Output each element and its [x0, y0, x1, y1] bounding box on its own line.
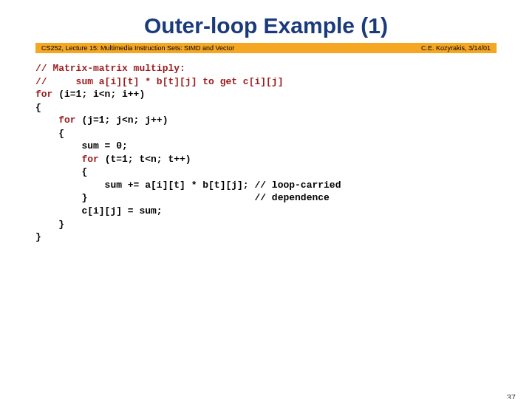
- slide: Outer-loop Example (1) CS252, Lecture 15…: [0, 13, 532, 399]
- code-assign: c[i][j] = sum;: [35, 205, 163, 216]
- code-for-1a: for: [35, 89, 52, 100]
- page-number: 37: [507, 393, 516, 399]
- code-brace-2: {: [35, 128, 64, 139]
- code-sum-add: sum += a[i][t] * b[t][j]; // loop-carrie…: [35, 180, 341, 191]
- code-for-3b: (t=1; t<n; t++): [99, 154, 191, 165]
- code-brace-3c: } // dependence: [35, 192, 330, 203]
- code-brace-3: {: [35, 166, 87, 177]
- slide-title: Outer-loop Example (1): [0, 13, 532, 38]
- code-for-3a: for: [35, 154, 99, 165]
- code-comment-1: // Matrix-matrix multiply:: [35, 63, 185, 74]
- code-for-2a: for: [35, 115, 76, 126]
- code-brace-2c: }: [35, 219, 64, 230]
- code-brace-1: {: [35, 102, 41, 113]
- code-sum-init: sum = 0;: [35, 140, 128, 151]
- header-left: CS252, Lecture 15: Multimedia Instructio…: [41, 44, 234, 52]
- code-brace-1c: }: [35, 231, 41, 242]
- header-bar: CS252, Lecture 15: Multimedia Instructio…: [35, 43, 497, 53]
- code-comment-2: // sum a[i][t] * b[t][j] to get c[i][j]: [35, 76, 283, 87]
- code-block: // Matrix-matrix multiply: // sum a[i][t…: [35, 62, 497, 244]
- code-for-1b: (i=1; i<n; i++): [52, 89, 145, 100]
- header-right: C.E. Kozyrakis, 3/14/01: [421, 44, 491, 52]
- code-for-2b: (j=1; j<n; j++): [76, 115, 168, 126]
